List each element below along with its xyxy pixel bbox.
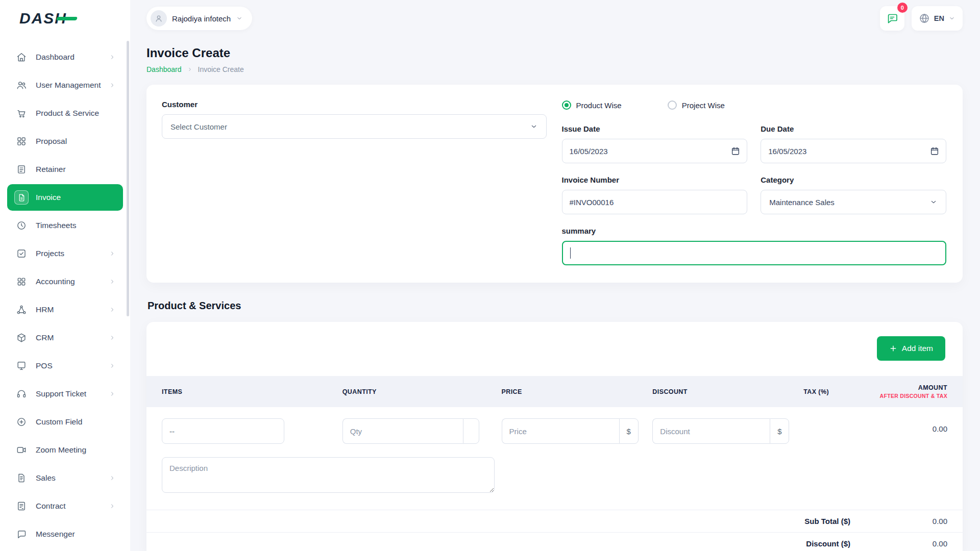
invoice-icon (14, 190, 29, 205)
item-select-input[interactable] (162, 418, 284, 444)
subtotal-row: Sub Total ($) 0.00 (146, 510, 963, 532)
sidebar-item-label: Invoice (36, 193, 61, 202)
sidebar-item-label: Retainer (36, 165, 66, 174)
chevron-right-icon (109, 474, 116, 482)
category-icon (14, 134, 29, 148)
sidebar-scrollbar[interactable] (127, 41, 129, 316)
sidebar-item-projects[interactable]: Projects (7, 240, 123, 267)
col-quantity: QUANTITY (342, 376, 502, 407)
invoice-details-column: Product Wise Project Wise Issue Date 16/… (562, 100, 947, 265)
invoice-number-input[interactable] (562, 190, 748, 214)
brand-logo[interactable]: DASH (19, 10, 77, 27)
sidebar-item-crm[interactable]: CRM (7, 324, 123, 351)
quantity-stepper[interactable] (463, 418, 479, 444)
due-date-label: Due Date (761, 124, 946, 133)
sidebar-item-user-management[interactable]: User Management (7, 72, 123, 98)
invoice-number-field: Invoice Number (562, 176, 748, 214)
due-date-input[interactable]: 16/05/2023 (761, 139, 946, 163)
chat-icon (14, 527, 29, 541)
chevron-right-icon (109, 503, 116, 510)
add-item-button[interactable]: Add item (877, 336, 945, 361)
cart-icon (14, 106, 29, 120)
description-row (146, 444, 963, 510)
network-icon (14, 303, 29, 317)
sidebar-item-support-ticket[interactable]: Support Ticket (7, 381, 123, 407)
invoice-fields-grid: Issue Date 16/05/2023 Due Date 16/05/202… (562, 124, 947, 214)
sidebar-item-accounting[interactable]: Accounting (7, 268, 123, 295)
items-table: ITEMS QUANTITY PRICE DISCOUNT TAX (%) AM… (146, 376, 963, 510)
summary-input[interactable] (562, 241, 947, 265)
chevron-right-icon (109, 250, 116, 257)
sidebar-item-contract[interactable]: Contract (7, 493, 123, 519)
sidebar-item-pos[interactable]: POS (7, 353, 123, 379)
items-card: Add item ITEMS QUANTITY PRICE DISCOUNT (146, 322, 963, 551)
radio-unchecked-icon (668, 101, 677, 110)
sidebar-item-retainer[interactable]: Retainer (7, 156, 123, 183)
description-textarea[interactable] (162, 457, 495, 493)
sidebar-item-label: Custom Field (36, 417, 82, 427)
product-wise-radio[interactable]: Product Wise (562, 101, 622, 110)
home-icon (14, 50, 29, 64)
sidebar-item-invoice[interactable]: Invoice (7, 184, 123, 211)
customer-select[interactable]: Select Customer (162, 114, 547, 139)
chevron-right-icon (109, 306, 116, 313)
category-label: Category (761, 176, 946, 184)
grid-dots-icon (14, 274, 29, 289)
messages-badge: 0 (897, 3, 908, 13)
discount-group: $ (652, 418, 789, 444)
sidebar-item-dashboard[interactable]: Dashboard (7, 44, 123, 70)
workspace-selector[interactable]: Rajodiya infotech (146, 7, 252, 30)
sidebar-item-zoom-meeting[interactable]: Zoom Meeting (7, 437, 123, 463)
col-amount: AMOUNT AFTER DISCOUNT & TAX (877, 376, 963, 407)
issue-date-label: Issue Date (562, 124, 748, 133)
sidebar-item-hrm[interactable]: HRM (7, 296, 123, 323)
chevron-down-icon (929, 198, 938, 206)
top-header: Rajodiya infotech 0 EN (130, 0, 980, 37)
col-discount: DISCOUNT (652, 376, 803, 407)
customer-column: Customer Select Customer (162, 100, 547, 265)
chevron-right-icon (109, 54, 116, 61)
breadcrumb: Dashboard Invoice Create (146, 65, 963, 73)
page-title: Invoice Create (146, 46, 963, 60)
sidebar-item-label: CRM (36, 333, 54, 342)
app-root: DASH Dashboard User Management Product &… (0, 0, 980, 551)
item-row: $ $ 0.00 (146, 407, 963, 444)
project-wise-radio[interactable]: Project Wise (668, 101, 725, 110)
due-date-value: 16/05/2023 (768, 147, 806, 156)
invoice-number-label: Invoice Number (562, 176, 748, 184)
summary-label: summary (562, 227, 947, 235)
price-input[interactable] (502, 418, 619, 444)
sidebar-item-product-service[interactable]: Product & Service (7, 100, 123, 127)
calendar-icon (930, 146, 939, 156)
sidebar-nav: Dashboard User Management Product & Serv… (0, 37, 130, 547)
breadcrumb-current: Invoice Create (198, 65, 244, 73)
sidebar-item-messenger[interactable]: Messenger (7, 521, 123, 547)
sidebar-item-timesheets[interactable]: Timesheets (7, 212, 123, 239)
col-tax: TAX (%) (803, 376, 877, 407)
issue-date-input[interactable]: 16/05/2023 (562, 139, 748, 163)
language-label: EN (934, 14, 944, 22)
discount-currency-addon: $ (770, 418, 789, 444)
sidebar-item-sales[interactable]: Sales (7, 465, 123, 491)
invoice-form-card: Customer Select Customer Product Wise (146, 85, 963, 283)
discount-input[interactable] (652, 418, 770, 444)
invoice-type-radios: Product Wise Project Wise (562, 100, 947, 110)
category-select[interactable]: Maintenance Sales (761, 190, 946, 214)
sidebar-item-proposal[interactable]: Proposal (7, 128, 123, 155)
issue-date-field: Issue Date 16/05/2023 (562, 124, 748, 163)
sidebar-item-custom-field[interactable]: Custom Field (7, 409, 123, 435)
breadcrumb-dashboard-link[interactable]: Dashboard (146, 65, 182, 73)
device-icon (14, 359, 29, 373)
language-selector[interactable]: EN (912, 6, 963, 31)
sidebar-item-label: Accounting (36, 277, 75, 286)
sidebar-item-label: User Management (36, 81, 101, 90)
message-icon (886, 12, 898, 24)
subtotal-value: 0.00 (850, 517, 947, 525)
messages-button[interactable]: 0 (880, 6, 904, 31)
text-caret (570, 247, 571, 259)
amount-value: 0.00 (877, 407, 963, 444)
plus-circle-icon (14, 415, 29, 429)
sidebar-item-label: Contract (36, 502, 66, 511)
chevron-right-icon (109, 82, 116, 89)
quantity-input[interactable] (342, 418, 463, 444)
